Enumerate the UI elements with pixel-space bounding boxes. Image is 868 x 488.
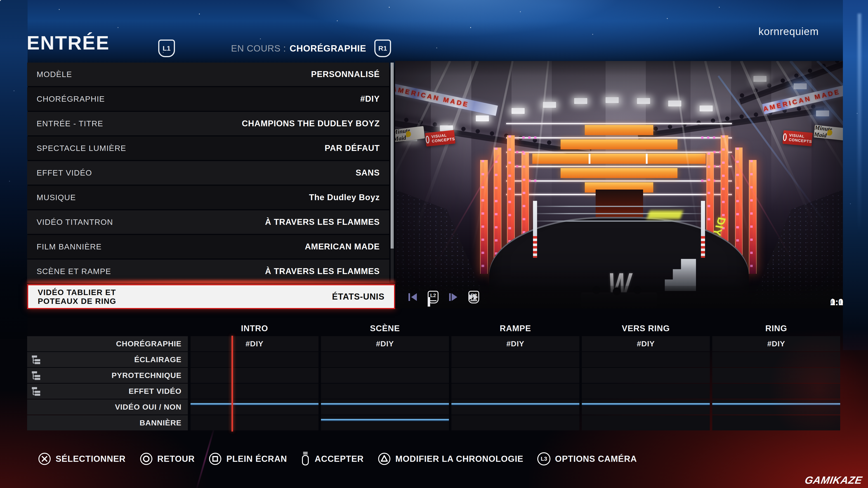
timeline-playhead[interactable] [231, 336, 233, 431]
list-item-musique[interactable]: MUSIQUE The Dudley Boyz [27, 186, 389, 209]
timeline-cell[interactable]: #DIY [321, 336, 449, 351]
circle-button-icon [140, 452, 153, 465]
action-camera-options[interactable]: L3 OPTIONS CAMÉRA [537, 452, 637, 465]
timeline-row-label: ÉCLAIRAGE [134, 355, 182, 364]
timeline-bar[interactable] [191, 403, 318, 404]
timeline-cell[interactable] [452, 415, 579, 430]
timeline-row-label: PYROTECHNIQUE [112, 371, 182, 380]
list-item-spectacle-lumiere[interactable]: SPECTACLE LUMIÈRE PAR DÉFAUT [27, 136, 389, 160]
triangle-button-icon [378, 452, 391, 465]
square-button-icon [209, 452, 222, 465]
list-item-value: ÉTATS-UNIS [332, 292, 384, 302]
sub-track-tree-icon [31, 386, 43, 396]
list-item-label: SPECTACLE LUMIÈRE [37, 144, 126, 153]
timeline-cell[interactable] [452, 399, 579, 415]
timeline-row-choregraphie: CHORÉGRAPHIE #DIY #DIY #DIY #DIY #DIY [27, 336, 840, 351]
timeline-column-intro: INTRO [191, 323, 318, 334]
skip-to-start-icon[interactable] [408, 292, 418, 302]
timeline-cell[interactable] [712, 415, 840, 430]
timeline-cell[interactable] [712, 368, 840, 383]
r1-shoulder-button-icon[interactable]: R1 [374, 39, 391, 57]
timeline-row-pyrotechnique: PYROTECHNIQUE [27, 368, 840, 383]
timeline-cell[interactable] [582, 368, 710, 383]
action-select[interactable]: SÉLECTIONNER [38, 452, 126, 465]
list-item-label: VIDÉO TITANTRON [37, 218, 113, 227]
timeline-cell[interactable] [582, 384, 710, 399]
action-back[interactable]: RETOUR [140, 452, 195, 465]
background-right-strip [843, 0, 868, 350]
now-playing-label: EN COURS : [231, 43, 286, 54]
timeline-cell[interactable] [191, 368, 318, 383]
timeline-cell[interactable] [191, 384, 318, 399]
action-accept[interactable]: ACCEPTER [301, 452, 364, 466]
list-item-choregraphie[interactable]: CHORÉGRAPHIE #DIY [27, 87, 389, 111]
timeline-cell[interactable] [582, 415, 710, 430]
entrance-preview-video[interactable]: AMERICAN MADE AMERICAN MADE Minute Maid … [395, 61, 843, 308]
list-item-value: PERSONNALISÉ [311, 70, 380, 79]
timeline-row-banniere: BANNIÈRE [27, 415, 840, 430]
timeline-cell[interactable] [712, 399, 840, 415]
page-title: ENTRÉE [27, 32, 110, 54]
timeline-bar[interactable] [452, 403, 579, 404]
checkmark-logo-icon [782, 133, 787, 141]
list-item-scene-et-rampe[interactable]: SCÈNE ET RAMPE À TRAVERS LES FLAMMES [27, 260, 389, 283]
list-item-value: The Dudley Boyz [309, 193, 380, 202]
list-item-modele[interactable]: MODÈLE PERSONNALISÉ [27, 63, 389, 86]
timeline-cell[interactable] [452, 384, 579, 399]
list-item-film-banniere[interactable]: FILM BANNIÈRE AMERICAN MADE [27, 235, 389, 258]
list-scrollbar[interactable] [391, 63, 394, 282]
timeline-cell[interactable] [191, 415, 318, 430]
list-item-entree-titre[interactable]: ENTRÉE - TITRE CHAMPIONS THE DUDLEY BOYZ [27, 112, 389, 135]
timeline-cell[interactable] [452, 368, 579, 383]
now-playing: EN COURS : CHORÉGRAPHIE [231, 43, 366, 54]
timeline-cell[interactable] [582, 399, 710, 415]
list-item-label: FILM BANNIÈRE [37, 242, 102, 251]
action-edit-timeline[interactable]: MODIFIER LA CHRONOLOGIE [378, 452, 523, 465]
action-fullscreen[interactable]: PLEIN ÉCRAN [209, 452, 287, 465]
timeline-column-vers-ring: VERS RING [582, 323, 710, 334]
timeline-bar[interactable] [712, 403, 840, 404]
list-item-value: SANS [355, 168, 380, 177]
list-item-video-tablier-selected[interactable]: VIDÉO TABLIER ET POTEAUX DE RING ÉTATS-U… [27, 284, 395, 309]
list-item-effet-video[interactable]: EFFET VIDÉO SANS [27, 161, 389, 185]
timeline-cell[interactable] [321, 368, 449, 383]
visual-concepts-banner-right: VISUAL CONCEPTS [782, 130, 813, 147]
timeline-cell[interactable] [582, 352, 710, 367]
time-total: 1:11 [830, 297, 843, 307]
button-hints-bar: SÉLECTIONNER RETOUR PLEIN ÉCRAN ACCEPTER… [38, 452, 637, 466]
timeline-cell[interactable] [321, 384, 449, 399]
list-item-value: #DIY [360, 94, 380, 104]
background-light-streak [858, 13, 861, 235]
cross-button-icon [38, 452, 51, 465]
timeline-bar[interactable] [582, 403, 710, 404]
timeline-cell[interactable] [191, 352, 318, 367]
timeline-cell[interactable] [191, 399, 318, 415]
timeline-bar[interactable] [321, 419, 449, 420]
timeline-row-eclairage: ÉCLAIRAGE [27, 352, 840, 367]
timeline-cell[interactable] [712, 352, 840, 367]
list-item-label: CHORÉGRAPHIE [37, 94, 105, 103]
timeline-cell[interactable] [452, 352, 579, 367]
timeline-cell[interactable]: #DIY [582, 336, 710, 351]
list-item-video-titantron[interactable]: VIDÉO TITANTRON À TRAVERS LES FLAMMES [27, 210, 389, 234]
timeline-row-label: CHORÉGRAPHIE [116, 339, 182, 348]
timeline-cell[interactable] [321, 399, 449, 415]
timeline-cell[interactable]: #DIY [191, 336, 318, 351]
list-scrollbar-thumb[interactable] [391, 63, 394, 249]
ring-apron-led [647, 210, 683, 219]
timeline-row-label: EFFET VIDÉO [129, 387, 182, 396]
sub-track-tree-icon [31, 355, 43, 365]
step-forward-icon[interactable] [448, 292, 458, 302]
timeline-bar[interactable] [321, 403, 449, 404]
timeline-cell[interactable] [321, 415, 449, 430]
username: kornrequiem [758, 25, 819, 37]
list-item-label: VIDÉO TABLIER ET POTEAUX DE RING [38, 288, 155, 305]
l1-shoulder-button-icon[interactable]: L1 [158, 39, 175, 57]
timeline-cell[interactable]: #DIY [712, 336, 840, 351]
entrance-settings-list: MODÈLE PERSONNALISÉ CHORÉGRAPHIE #DIY EN… [27, 63, 389, 310]
timeline-cell[interactable]: #DIY [452, 336, 579, 351]
timeline-cell[interactable] [321, 352, 449, 367]
timeline-row-effet-video: EFFET VIDÉO [27, 384, 840, 399]
timeline-cell[interactable] [712, 384, 840, 399]
timeline-row-video-oui-non: VIDÉO OUI / NON [27, 399, 840, 415]
